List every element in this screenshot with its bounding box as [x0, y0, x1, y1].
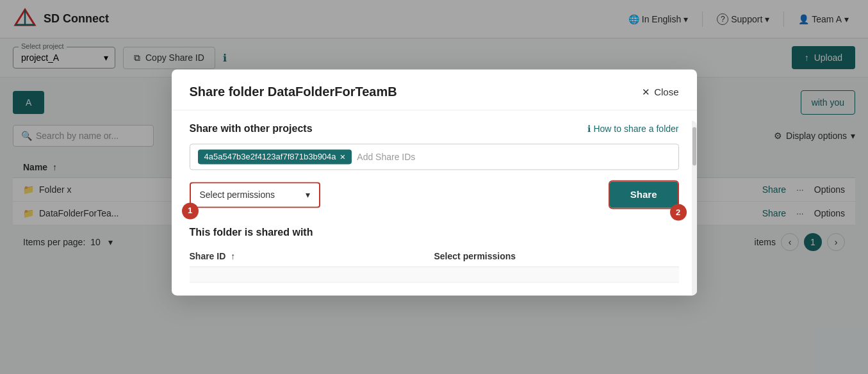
share-id-col-header: Share ID ↑	[190, 251, 434, 261]
permissions-label: Select permissions	[200, 190, 275, 200]
badge-2: 2	[670, 204, 687, 220]
how-to-text: How to share a folder	[593, 124, 678, 134]
modal-header: Share folder DataFolderForTeamB ✕ Close	[172, 69, 697, 110]
shared-with-title: This folder is shared with	[190, 227, 679, 238]
how-to-link[interactable]: ℹ How to share a folder	[587, 124, 678, 134]
shared-with-section: This folder is shared with Share ID ↑ Se…	[190, 227, 679, 282]
modal-scrollbar-track	[692, 120, 697, 295]
chip-text: 4a5a547b3e2f4123af7f871b3b904a	[204, 152, 336, 161]
modal-close-button[interactable]: ✕ Close	[642, 86, 678, 98]
permissions-select[interactable]: Select permissions ▾	[191, 183, 319, 206]
share-button[interactable]: Share	[610, 181, 678, 207]
modal-body: Share with other projects ℹ How to share…	[172, 110, 697, 295]
share-section-header: Share with other projects ℹ How to share…	[190, 123, 679, 134]
modal-title: Share folder DataFolderForTeamB	[190, 85, 397, 99]
permissions-select-wrapper: Select permissions ▾ 1	[190, 182, 320, 207]
chevron-down-permissions: ▾	[306, 190, 310, 200]
share-button-wrapper: Share 2	[609, 180, 679, 209]
badge-1: 1	[182, 202, 199, 219]
close-label: Close	[654, 86, 678, 97]
close-x-icon: ✕	[642, 86, 650, 98]
info-icon-link: ℹ	[587, 124, 591, 134]
modal-scrollbar-thumb[interactable]	[692, 127, 696, 165]
table-partial-row	[190, 267, 679, 282]
permissions-col-header: Select permissions	[434, 251, 679, 261]
shared-table-header: Share ID ↑ Select permissions	[190, 246, 679, 267]
share-with-label: Share with other projects	[190, 123, 313, 134]
share-folder-modal: Share folder DataFolderForTeamB ✕ Close …	[172, 69, 697, 295]
share-id-chip: 4a5a547b3e2f4123af7f871b3b904a ×	[198, 149, 352, 164]
add-share-ids-placeholder: Add Share IDs	[357, 152, 415, 162]
share-id-input-row[interactable]: 4a5a547b3e2f4123af7f871b3b904a × Add Sha…	[190, 143, 679, 170]
permissions-share-row: Select permissions ▾ 1 Share 2	[190, 180, 679, 209]
chip-remove-button[interactable]: ×	[340, 152, 346, 161]
